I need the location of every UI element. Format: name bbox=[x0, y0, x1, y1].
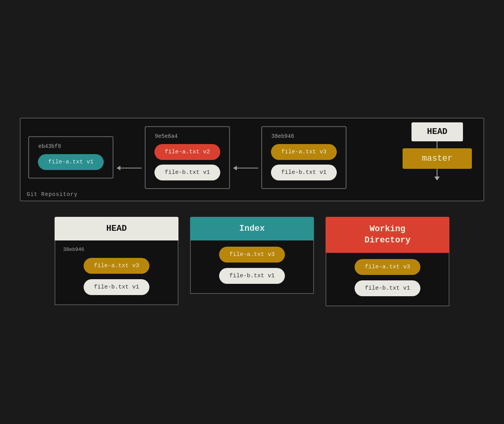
head-panel-header: HEAD bbox=[55, 217, 178, 240]
head-panel-hash: 38eb946 bbox=[63, 247, 84, 252]
working-dir-panel-body: file-a.txt v3 file-b.txt v1 bbox=[326, 253, 449, 306]
arrow-shaft-1 bbox=[120, 168, 142, 168]
head-panel-body: 38eb946 file-a.txt v3 file-b.txt v1 bbox=[55, 240, 178, 305]
hash-9e5e6a4: 9e5e6a4 bbox=[155, 133, 178, 139]
master-arrow bbox=[434, 169, 440, 180]
git-repository: HEAD master eb43bf8 file-a.txt v1 bbox=[20, 118, 484, 201]
master-tag: master bbox=[403, 148, 472, 169]
head-master-area: HEAD master bbox=[403, 122, 472, 180]
commit-9e5e6a4: 9e5e6a4 file-a.txt v2 file-b.txt v1 bbox=[145, 126, 230, 189]
index-panel-body: file-a.txt v3 file-b.txt v1 bbox=[190, 240, 314, 294]
pill-head-file-b: file-b.txt v1 bbox=[84, 279, 149, 295]
hash-38eb946: 38eb946 bbox=[271, 133, 294, 139]
head-tag: HEAD bbox=[411, 122, 463, 141]
head-connector bbox=[437, 141, 437, 148]
commit-eb43bf8: eb43bf8 file-a.txt v1 bbox=[28, 136, 113, 179]
index-panel: Index file-a.txt v3 file-b.txt v1 bbox=[190, 217, 314, 306]
h-arrow-1 bbox=[117, 166, 142, 170]
pill-head-file-a: file-a.txt v3 bbox=[84, 258, 149, 274]
h-arrow-2 bbox=[233, 166, 258, 170]
arrow-head bbox=[434, 177, 440, 180]
pill-wd-file-a: file-a.txt v3 bbox=[355, 259, 420, 275]
arrow-line bbox=[437, 169, 437, 177]
arrow-2 bbox=[230, 166, 261, 170]
arrow-head-1 bbox=[117, 166, 120, 170]
pill-file-a-v3-gold-repo: file-a.txt v3 bbox=[271, 144, 337, 160]
pill-file-a-v1-teal: file-a.txt v1 bbox=[38, 154, 104, 170]
bottom-panels: HEAD 38eb946 file-a.txt v3 file-b.txt v1… bbox=[20, 217, 484, 306]
arrow-head-2 bbox=[233, 166, 237, 170]
working-dir-panel-header: Working Directory bbox=[326, 217, 449, 253]
pill-index-file-b: file-b.txt v1 bbox=[219, 268, 285, 284]
git-repo-label: Git Repository bbox=[27, 191, 78, 197]
arrow-1 bbox=[113, 166, 145, 170]
index-panel-header: Index bbox=[190, 217, 314, 240]
hash-eb43bf8: eb43bf8 bbox=[38, 143, 61, 149]
pill-file-b-v1-white-2: file-b.txt v1 bbox=[154, 165, 220, 180]
head-panel: HEAD 38eb946 file-a.txt v3 file-b.txt v1 bbox=[55, 217, 178, 306]
commit-38eb946: 38eb946 file-a.txt v3 file-b.txt v1 bbox=[261, 126, 346, 189]
working-dir-panel: Working Directory file-a.txt v3 file-b.t… bbox=[326, 217, 449, 306]
main-container: HEAD master eb43bf8 file-a.txt v1 bbox=[20, 118, 484, 306]
pill-file-b-v1-white-3: file-b.txt v1 bbox=[271, 165, 337, 180]
pill-wd-file-b: file-b.txt v1 bbox=[355, 280, 420, 296]
arrow-shaft-2 bbox=[237, 168, 258, 168]
pill-index-file-a: file-a.txt v3 bbox=[219, 247, 285, 263]
pill-file-a-v2-red: file-a.txt v2 bbox=[154, 144, 220, 160]
